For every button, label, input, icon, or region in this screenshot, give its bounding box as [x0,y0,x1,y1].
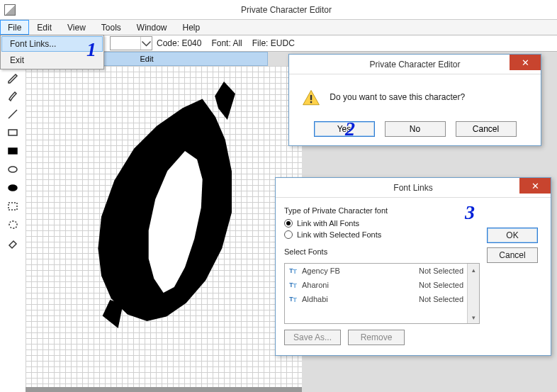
annotation-3: 3 [465,201,475,224]
tool-select-rect[interactable] [6,199,20,213]
truetype-icon: TT [289,281,299,289]
font-value: All [232,38,242,48]
svg-rect-0 [9,130,17,135]
close-icon[interactable]: ✕ [510,55,541,70]
tool-eraser[interactable] [6,236,20,250]
dialog-font-links: Font Links ✕ Type of Private Character f… [275,177,551,356]
radio-icon [284,230,293,239]
font-state: Not Selected [419,267,463,275]
tool-brush[interactable] [6,89,20,103]
file-label: File: [252,38,269,48]
tool-rect-fill[interactable] [6,144,20,158]
tool-column [0,66,26,392]
yes-button[interactable]: Yes [314,121,375,137]
font-row[interactable]: TTAgency FB Not Selected [285,264,479,278]
font-row[interactable]: TTAharoni Not Selected [285,278,479,292]
tool-ellipse-fill[interactable] [6,181,20,195]
font-list[interactable]: TTAgency FB Not Selected TTAharoni Not S… [284,263,480,324]
radio-icon [284,219,293,228]
dialog-font-links-title: Font Links ✕ [276,178,551,198]
annotation-2: 2 [345,118,355,140]
dialog-save: Private Character Editor ✕ Do you want t… [288,54,541,146]
menu-help[interactable]: Help [175,20,208,35]
font-name: Agency FB [302,267,340,275]
app-icon [4,4,16,16]
cancel-button[interactable]: Cancel [456,121,517,137]
dialog-save-message: Do you want to save this character? [330,92,465,102]
font-row[interactable]: TTAldhabi Not Selected [285,292,479,306]
dialog-save-title-text: Private Character Editor [369,60,460,69]
font-label: Font: [211,38,230,48]
chevron-down-icon [140,37,152,50]
window-title: Private Character Editor [16,5,557,15]
font-name: Aharoni [302,281,329,289]
tool-ellipse[interactable] [6,162,20,177]
tool-pencil[interactable] [6,70,20,84]
svg-rect-1 [9,148,17,154]
annotation-1: 1 [86,38,96,61]
menu-view[interactable]: View [60,20,94,35]
pixel-grid[interactable] [26,66,302,387]
save-as-button[interactable]: Save As... [284,330,341,345]
dialog-font-links-title-text: Font Links [393,183,432,193]
svg-rect-6 [310,101,312,103]
close-icon[interactable]: ✕ [519,178,551,194]
menu-file[interactable]: File [0,20,29,35]
menubar: File Edit View Tools Window Help Font Li… [0,20,557,35]
font-name: Aldhabi [302,295,328,303]
scroll-up-icon[interactable]: ▴ [468,264,479,276]
font-state: Not Selected [419,295,463,303]
canvas-wrap [26,66,302,392]
radio-link-all-label: Link with All Fonts [297,219,359,228]
radio-link-selected[interactable]: Link with Selected Fonts [284,230,480,239]
tool-rect[interactable] [6,125,20,140]
warning-icon [302,89,320,107]
dialog-save-title: Private Character Editor ✕ [289,55,541,74]
file-value: EUDC [271,38,295,48]
svg-text:T: T [293,267,297,275]
tool-line[interactable] [6,107,20,121]
radio-link-all[interactable]: Link with All Fonts [284,219,480,228]
code-value: E040 [181,38,201,48]
menu-edit[interactable]: Edit [29,20,60,35]
svg-rect-5 [310,95,312,100]
menu-tools[interactable]: Tools [94,20,129,35]
cancel-button[interactable]: Cancel [487,247,538,263]
select-fonts-label: Select Fonts [284,247,480,256]
type-label: Type of Private Character font [284,206,480,215]
font-state: Not Selected [419,281,463,289]
tool-select-free[interactable] [6,218,20,232]
glyph-shape [85,94,248,321]
menu-window[interactable]: Window [129,20,175,35]
code-label: Code: [157,38,179,48]
svg-point-3 [9,185,17,191]
scrollbar[interactable]: ▴ ▾ [467,264,479,323]
window-titlebar: Private Character Editor [0,0,557,20]
svg-text:T: T [293,281,297,289]
truetype-icon: TT [289,295,299,303]
radio-link-selected-label: Link with Selected Fonts [297,230,381,239]
combo-unknown[interactable] [110,36,152,50]
svg-text:T: T [293,296,297,303]
scroll-down-icon[interactable]: ▾ [468,311,479,323]
no-button[interactable]: No [385,121,446,137]
remove-button[interactable]: Remove [348,330,405,345]
svg-point-2 [9,167,17,172]
svg-rect-4 [9,203,17,210]
truetype-icon: TT [289,267,299,275]
ok-button[interactable]: OK [487,228,538,243]
